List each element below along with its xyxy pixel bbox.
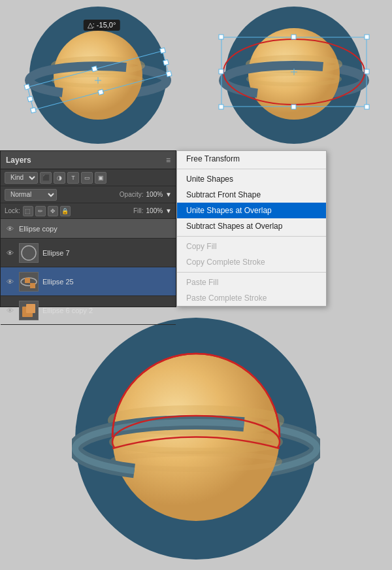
menu-item-unite-shapes[interactable]: Unite Shapes [177,171,326,187]
svg-rect-10 [31,107,37,113]
layer-thumb-1 [19,243,39,263]
opacity-label: Opacity: [120,191,144,198]
svg-rect-34 [365,69,369,74]
layers-panel: Layers ≡ Kind ⬛ ◑ T ▭ ▣ Normal Opacity: … [0,150,176,307]
layer-name-0: Ellipse copy [19,225,172,233]
svg-rect-41 [25,278,30,283]
angle-tooltip: △: -15,0° [84,20,120,31]
eye-icon-0[interactable]: 👁 [5,224,15,234]
middle-section: Layers ≡ Kind ⬛ ◑ T ▭ ▣ Normal Opacity: … [0,150,392,307]
lock-move-btn[interactable]: ✏ [35,206,46,216]
svg-rect-31 [291,35,296,39]
svg-rect-29 [219,105,223,109]
top-section: △: -15,0° [0,0,392,150]
svg-rect-42 [30,283,35,288]
layers-blend-row: Normal Opacity: 100% ▼ [1,186,176,203]
svg-rect-8 [24,84,30,90]
eye-icon-3[interactable]: 👁 [5,305,15,316]
svg-rect-37 [20,244,38,262]
svg-rect-32 [291,105,296,109]
svg-rect-12 [91,66,97,72]
menu-separator-3 [177,272,326,273]
context-menu: Free Transform Unite Shapes Subtract Fro… [176,150,327,307]
menu-separator-1 [177,169,326,169]
menu-item-unite-overlap[interactable]: Unite Shapes at Overlap [177,203,326,218]
layer-item-ellipse6copy2[interactable]: 👁 Ellipse 6 copy 2 [1,296,176,325]
opacity-value: 100% [146,191,163,198]
layers-filter-smart-btn[interactable]: ▣ [95,172,106,184]
layers-toolbar: Kind ⬛ ◑ T ▭ ▣ [1,169,176,186]
menu-separator-2 [177,236,326,237]
layer-name-3: Ellipse 6 copy 2 [42,307,172,314]
svg-rect-11 [166,71,172,77]
canvas-right [196,0,392,150]
menu-item-subtract-front[interactable]: Subtract Front Shape [177,187,326,203]
fill-value: 100% [146,207,163,214]
lock-icons-group: ⬚ ✏ ✥ 🔒 [23,206,71,216]
layers-menu-button[interactable]: ≡ [166,156,171,165]
eye-icon-1[interactable]: 👁 [5,248,15,258]
opacity-expand-btn[interactable]: ▼ [165,191,172,198]
svg-rect-15 [163,59,169,65]
menu-item-paste-fill: Paste Fill [177,275,326,290]
lock-pixel-btn[interactable]: ⬚ [23,206,33,216]
saturn-right-svg [212,3,376,147]
layer-thumb-2 [19,272,39,292]
layers-lock-row: Lock: ⬚ ✏ ✥ 🔒 Fill: 100% ▼ [1,203,176,219]
layers-filter-type-btn[interactable]: T [67,172,79,184]
layer-thumb-3 [19,301,39,320]
layers-kind-select[interactable]: Kind [5,172,38,184]
layer-name-1: Ellipse 7 [42,249,172,257]
layer-item-ellipse-copy[interactable]: 👁 Ellipse copy [1,219,176,239]
menu-item-free-transform[interactable]: Free Transform [177,151,326,167]
svg-rect-27 [219,35,223,39]
svg-rect-33 [219,69,223,74]
layers-panel-title: Layers [6,156,166,165]
layer-item-ellipse25[interactable]: 👁 Ellipse 25 [1,267,176,296]
lock-position-btn[interactable]: ✥ [48,206,58,216]
svg-rect-13 [98,90,104,95]
layers-filter-pixel-btn[interactable]: ⬛ [40,172,52,184]
menu-item-paste-complete-stroke: Paste Complete Stroke [177,290,326,306]
menu-item-copy-complete-stroke: Copy Complete Stroke [177,254,326,270]
saturn-bottom-svg [72,314,320,563]
layers-filter-adjust-btn[interactable]: ◑ [54,172,65,184]
svg-rect-28 [365,35,369,39]
lock-label: Lock: [5,207,20,214]
lock-all-btn[interactable]: 🔒 [60,206,71,216]
layer-item-ellipse7[interactable]: 👁 Ellipse 7 [1,239,176,267]
fill-label: Fill: [133,207,144,214]
fill-expand-btn[interactable]: ▼ [165,207,172,214]
menu-item-copy-fill: Copy Fill [177,239,326,254]
bottom-section [0,307,392,570]
svg-rect-45 [26,304,35,313]
layers-filter-shape-btn[interactable]: ▭ [81,172,93,184]
svg-rect-30 [365,105,369,109]
menu-item-subtract-overlap[interactable]: Subtract Shapes at Overlap [177,218,326,234]
svg-rect-14 [27,96,33,102]
eye-icon-2[interactable]: 👁 [5,277,15,287]
blend-mode-select[interactable]: Normal [5,189,57,201]
layers-header: Layers ≡ [1,151,176,169]
svg-rect-9 [160,48,166,54]
layer-name-2: Ellipse 25 [42,278,172,286]
canvas-left: △: -15,0° [0,0,196,150]
